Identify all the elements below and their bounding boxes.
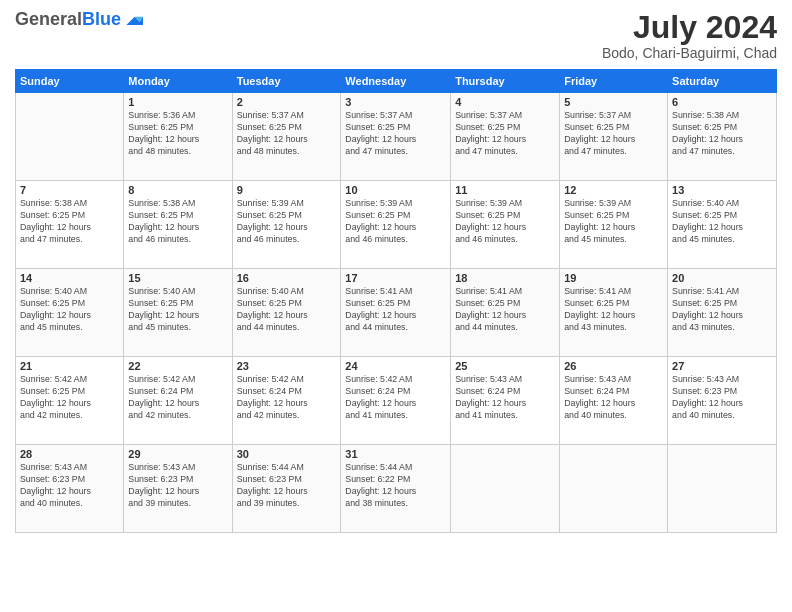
- day-info: Sunrise: 5:44 AM Sunset: 6:22 PM Dayligh…: [345, 462, 446, 510]
- day-info: Sunrise: 5:37 AM Sunset: 6:25 PM Dayligh…: [345, 110, 446, 158]
- day-number: 19: [564, 272, 663, 284]
- week-row-5: 28Sunrise: 5:43 AM Sunset: 6:23 PM Dayli…: [16, 445, 777, 533]
- day-info: Sunrise: 5:37 AM Sunset: 6:25 PM Dayligh…: [455, 110, 555, 158]
- day-number: 16: [237, 272, 337, 284]
- week-row-3: 14Sunrise: 5:40 AM Sunset: 6:25 PM Dayli…: [16, 269, 777, 357]
- page: GeneralBlue July 2024 Bodo, Chari-Baguir…: [0, 0, 792, 612]
- day-info: Sunrise: 5:43 AM Sunset: 6:23 PM Dayligh…: [672, 374, 772, 422]
- day-number: 10: [345, 184, 446, 196]
- header-wednesday: Wednesday: [341, 70, 451, 93]
- day-info: Sunrise: 5:37 AM Sunset: 6:25 PM Dayligh…: [237, 110, 337, 158]
- day-info: Sunrise: 5:43 AM Sunset: 6:24 PM Dayligh…: [455, 374, 555, 422]
- calendar-cell: 23Sunrise: 5:42 AM Sunset: 6:24 PM Dayli…: [232, 357, 341, 445]
- day-info: Sunrise: 5:39 AM Sunset: 6:25 PM Dayligh…: [455, 198, 555, 246]
- day-number: 2: [237, 96, 337, 108]
- day-info: Sunrise: 5:42 AM Sunset: 6:24 PM Dayligh…: [237, 374, 337, 422]
- day-number: 17: [345, 272, 446, 284]
- calendar-cell: 13Sunrise: 5:40 AM Sunset: 6:25 PM Dayli…: [668, 181, 777, 269]
- title-block: July 2024 Bodo, Chari-Baguirmi, Chad: [602, 10, 777, 61]
- week-row-4: 21Sunrise: 5:42 AM Sunset: 6:25 PM Dayli…: [16, 357, 777, 445]
- calendar-cell: 25Sunrise: 5:43 AM Sunset: 6:24 PM Dayli…: [451, 357, 560, 445]
- day-number: 12: [564, 184, 663, 196]
- day-number: 26: [564, 360, 663, 372]
- calendar-cell: 3Sunrise: 5:37 AM Sunset: 6:25 PM Daylig…: [341, 93, 451, 181]
- header-tuesday: Tuesday: [232, 70, 341, 93]
- day-number: 9: [237, 184, 337, 196]
- calendar-cell: 22Sunrise: 5:42 AM Sunset: 6:24 PM Dayli…: [124, 357, 232, 445]
- calendar-cell: 15Sunrise: 5:40 AM Sunset: 6:25 PM Dayli…: [124, 269, 232, 357]
- day-number: 20: [672, 272, 772, 284]
- calendar-cell: 17Sunrise: 5:41 AM Sunset: 6:25 PM Dayli…: [341, 269, 451, 357]
- day-number: 3: [345, 96, 446, 108]
- day-info: Sunrise: 5:44 AM Sunset: 6:23 PM Dayligh…: [237, 462, 337, 510]
- calendar-cell: 9Sunrise: 5:39 AM Sunset: 6:25 PM Daylig…: [232, 181, 341, 269]
- week-row-1: 1Sunrise: 5:36 AM Sunset: 6:25 PM Daylig…: [16, 93, 777, 181]
- calendar-cell: 31Sunrise: 5:44 AM Sunset: 6:22 PM Dayli…: [341, 445, 451, 533]
- logo: GeneralBlue: [15, 10, 143, 30]
- calendar-cell: 16Sunrise: 5:40 AM Sunset: 6:25 PM Dayli…: [232, 269, 341, 357]
- day-info: Sunrise: 5:43 AM Sunset: 6:23 PM Dayligh…: [128, 462, 227, 510]
- calendar-cell: 18Sunrise: 5:41 AM Sunset: 6:25 PM Dayli…: [451, 269, 560, 357]
- calendar-cell: 20Sunrise: 5:41 AM Sunset: 6:25 PM Dayli…: [668, 269, 777, 357]
- day-number: 30: [237, 448, 337, 460]
- calendar-cell: 4Sunrise: 5:37 AM Sunset: 6:25 PM Daylig…: [451, 93, 560, 181]
- day-info: Sunrise: 5:38 AM Sunset: 6:25 PM Dayligh…: [672, 110, 772, 158]
- calendar-cell: 8Sunrise: 5:38 AM Sunset: 6:25 PM Daylig…: [124, 181, 232, 269]
- calendar-cell: 10Sunrise: 5:39 AM Sunset: 6:25 PM Dayli…: [341, 181, 451, 269]
- calendar-cell: 12Sunrise: 5:39 AM Sunset: 6:25 PM Dayli…: [560, 181, 668, 269]
- day-number: 5: [564, 96, 663, 108]
- day-number: 4: [455, 96, 555, 108]
- week-row-2: 7Sunrise: 5:38 AM Sunset: 6:25 PM Daylig…: [16, 181, 777, 269]
- day-info: Sunrise: 5:41 AM Sunset: 6:25 PM Dayligh…: [564, 286, 663, 334]
- day-info: Sunrise: 5:39 AM Sunset: 6:25 PM Dayligh…: [345, 198, 446, 246]
- logo-icon: [123, 10, 143, 30]
- day-number: 1: [128, 96, 227, 108]
- calendar-cell: 28Sunrise: 5:43 AM Sunset: 6:23 PM Dayli…: [16, 445, 124, 533]
- calendar-cell: 29Sunrise: 5:43 AM Sunset: 6:23 PM Dayli…: [124, 445, 232, 533]
- calendar-cell: 14Sunrise: 5:40 AM Sunset: 6:25 PM Dayli…: [16, 269, 124, 357]
- day-number: 24: [345, 360, 446, 372]
- header-sunday: Sunday: [16, 70, 124, 93]
- day-info: Sunrise: 5:42 AM Sunset: 6:25 PM Dayligh…: [20, 374, 119, 422]
- day-info: Sunrise: 5:42 AM Sunset: 6:24 PM Dayligh…: [345, 374, 446, 422]
- day-info: Sunrise: 5:38 AM Sunset: 6:25 PM Dayligh…: [128, 198, 227, 246]
- day-number: 22: [128, 360, 227, 372]
- calendar-cell: 26Sunrise: 5:43 AM Sunset: 6:24 PM Dayli…: [560, 357, 668, 445]
- day-info: Sunrise: 5:38 AM Sunset: 6:25 PM Dayligh…: [20, 198, 119, 246]
- day-info: Sunrise: 5:37 AM Sunset: 6:25 PM Dayligh…: [564, 110, 663, 158]
- day-info: Sunrise: 5:40 AM Sunset: 6:25 PM Dayligh…: [128, 286, 227, 334]
- day-number: 28: [20, 448, 119, 460]
- calendar-cell: 1Sunrise: 5:36 AM Sunset: 6:25 PM Daylig…: [124, 93, 232, 181]
- day-number: 23: [237, 360, 337, 372]
- day-number: 31: [345, 448, 446, 460]
- header-monday: Monday: [124, 70, 232, 93]
- header-friday: Friday: [560, 70, 668, 93]
- day-info: Sunrise: 5:39 AM Sunset: 6:25 PM Dayligh…: [564, 198, 663, 246]
- day-number: 18: [455, 272, 555, 284]
- calendar-cell: 6Sunrise: 5:38 AM Sunset: 6:25 PM Daylig…: [668, 93, 777, 181]
- day-info: Sunrise: 5:40 AM Sunset: 6:25 PM Dayligh…: [672, 198, 772, 246]
- day-number: 6: [672, 96, 772, 108]
- calendar-cell: 5Sunrise: 5:37 AM Sunset: 6:25 PM Daylig…: [560, 93, 668, 181]
- day-number: 7: [20, 184, 119, 196]
- day-info: Sunrise: 5:36 AM Sunset: 6:25 PM Dayligh…: [128, 110, 227, 158]
- location: Bodo, Chari-Baguirmi, Chad: [602, 45, 777, 61]
- logo-general: GeneralBlue: [15, 10, 121, 30]
- day-number: 13: [672, 184, 772, 196]
- calendar-cell: 19Sunrise: 5:41 AM Sunset: 6:25 PM Dayli…: [560, 269, 668, 357]
- calendar-cell: 7Sunrise: 5:38 AM Sunset: 6:25 PM Daylig…: [16, 181, 124, 269]
- calendar-cell: 24Sunrise: 5:42 AM Sunset: 6:24 PM Dayli…: [341, 357, 451, 445]
- header-saturday: Saturday: [668, 70, 777, 93]
- day-info: Sunrise: 5:43 AM Sunset: 6:24 PM Dayligh…: [564, 374, 663, 422]
- day-number: 27: [672, 360, 772, 372]
- day-info: Sunrise: 5:41 AM Sunset: 6:25 PM Dayligh…: [672, 286, 772, 334]
- day-info: Sunrise: 5:41 AM Sunset: 6:25 PM Dayligh…: [455, 286, 555, 334]
- calendar-cell: [451, 445, 560, 533]
- calendar-cell: 21Sunrise: 5:42 AM Sunset: 6:25 PM Dayli…: [16, 357, 124, 445]
- month-title: July 2024: [602, 10, 777, 45]
- calendar-table: Sunday Monday Tuesday Wednesday Thursday…: [15, 69, 777, 533]
- header-thursday: Thursday: [451, 70, 560, 93]
- calendar-cell: 11Sunrise: 5:39 AM Sunset: 6:25 PM Dayli…: [451, 181, 560, 269]
- calendar-header-row: Sunday Monday Tuesday Wednesday Thursday…: [16, 70, 777, 93]
- day-number: 11: [455, 184, 555, 196]
